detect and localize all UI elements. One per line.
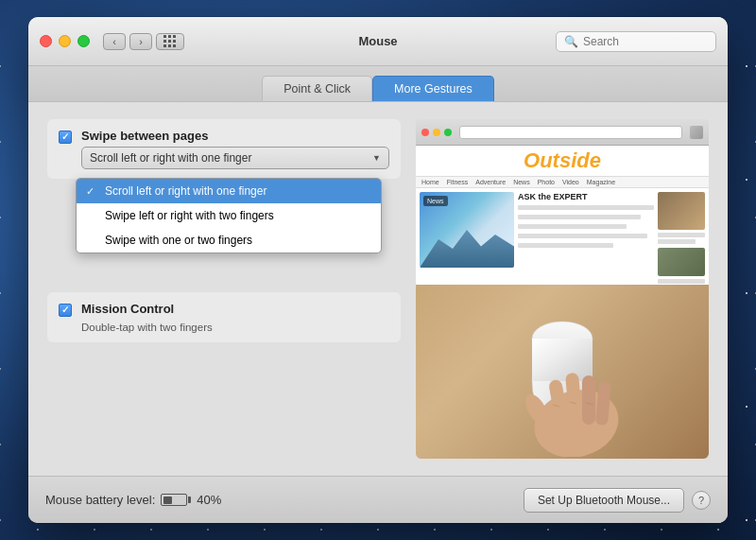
swipe-label-group: Swipe between pages Scroll left or right… xyxy=(81,129,389,169)
browser-zoom xyxy=(444,129,452,136)
sidebar-image-2 xyxy=(658,248,705,276)
search-icon: 🔍 xyxy=(564,35,578,48)
swipe-checkbox-wrapper: ✓ xyxy=(59,131,72,144)
swipe-dropdown-menu: ✓ Scroll left or right with one finger S… xyxy=(76,178,382,253)
browser-min xyxy=(433,129,440,136)
sidebar-text-3 xyxy=(658,279,705,284)
mag-headline: ASK the EXPERT xyxy=(518,192,654,202)
forward-button[interactable]: › xyxy=(129,33,152,50)
zoom-button[interactable] xyxy=(77,35,90,47)
swipe-section: ✓ Swipe between pages Scroll left or rig… xyxy=(47,119,401,179)
window-title: Mouse xyxy=(358,34,397,48)
back-button[interactable]: ‹ xyxy=(103,33,126,50)
bottom-bar: Mouse battery level: 40% Set Up Bluetoot… xyxy=(28,476,728,523)
mission-section: ✓ Mission Control Double-tap with two fi… xyxy=(47,292,401,342)
text-line-3 xyxy=(518,224,627,229)
tabs-area: Point & Click More Gestures xyxy=(28,66,728,102)
swipe-row: ✓ Swipe between pages Scroll left or rig… xyxy=(59,129,389,169)
browser-content: Outside Home Fitness Adventure News Phot… xyxy=(416,146,709,285)
battery-tip xyxy=(188,496,191,503)
option-2-label: Swipe left or right with two fingers xyxy=(105,209,274,222)
swipe-checkbox[interactable]: ✓ xyxy=(59,131,72,144)
main-window: ‹ › Mouse 🔍 Point & Click More Gestures xyxy=(28,17,728,523)
mission-row: ✓ Mission Control Double-tap with two fi… xyxy=(59,302,389,333)
option-1-label: Scroll left or right with one finger xyxy=(105,184,266,198)
mouse-container xyxy=(520,310,605,433)
titlebar: ‹ › Mouse 🔍 xyxy=(28,17,728,66)
dropdown-arrow-icon: ▼ xyxy=(372,153,381,163)
search-input[interactable] xyxy=(583,35,708,48)
battery-icon xyxy=(161,494,191,506)
minimize-button[interactable] xyxy=(59,35,71,47)
mission-subtitle: Double-tap with two fingers xyxy=(81,322,389,333)
mag-body: News ASK the EXPERT xyxy=(416,188,709,285)
mag-header: Outside xyxy=(416,146,709,177)
selected-check-icon: ✓ xyxy=(86,185,97,198)
mission-label-group: Mission Control Double-tap with two fing… xyxy=(81,302,389,333)
nav-photo: Photo xyxy=(536,179,557,185)
battery-fill xyxy=(163,496,172,504)
content-area: ✓ Swipe between pages Scroll left or rig… xyxy=(28,102,728,476)
text-line-2 xyxy=(518,215,641,219)
mag-text-col: ASK the EXPERT xyxy=(518,192,654,285)
grid-button[interactable] xyxy=(156,33,184,50)
text-line-1 xyxy=(518,205,654,210)
battery-body xyxy=(161,494,187,506)
browser-btn xyxy=(690,126,703,139)
mission-checkbox-wrapper: ✓ xyxy=(59,304,72,317)
dropdown-option-2[interactable]: Swipe left or right with two fingers xyxy=(77,203,381,228)
battery-percent: 40% xyxy=(197,493,221,507)
nav-home: Home xyxy=(420,179,441,185)
checkbox-check-icon: ✓ xyxy=(61,132,69,142)
close-button[interactable] xyxy=(40,35,52,47)
nav-magazine: Magazine xyxy=(585,179,617,185)
mag-title: Outside xyxy=(524,148,601,173)
browser-preview: Outside Home Fitness Adventure News Phot… xyxy=(416,119,709,285)
battery-label: Mouse battery level: xyxy=(45,493,155,507)
setup-bluetooth-button[interactable]: Set Up Bluetooth Mouse... xyxy=(524,488,684,513)
dropdown-option-1[interactable]: ✓ Scroll left or right with one finger xyxy=(77,179,381,203)
dropdown-option-3[interactable]: Swipe with one or two fingers xyxy=(77,228,381,253)
search-bar[interactable]: 🔍 xyxy=(556,31,716,52)
browser-bar xyxy=(416,119,709,146)
mag-hero-image: News xyxy=(420,192,514,268)
mission-checkbox[interactable]: ✓ xyxy=(59,304,72,317)
swipe-dropdown[interactable]: Scroll left or right with one finger ▼ xyxy=(81,147,389,169)
option-3-label: Swipe with one or two fingers xyxy=(105,234,252,247)
nav-fitness: Fitness xyxy=(445,179,471,185)
battery-group: Mouse battery level: 40% xyxy=(45,493,221,507)
text-line-4 xyxy=(518,234,647,238)
bottom-buttons: Set Up Bluetooth Mouse... ? xyxy=(524,488,711,513)
browser-url-bar xyxy=(459,126,682,139)
mission-title: Mission Control xyxy=(81,302,389,316)
left-panel: ✓ Swipe between pages Scroll left or rig… xyxy=(47,119,401,459)
nav-news: News xyxy=(511,179,532,185)
tab-point-click[interactable]: Point & Click xyxy=(262,76,372,101)
text-line-5 xyxy=(518,243,613,248)
nav-buttons: ‹ › xyxy=(103,33,152,50)
svg-rect-7 xyxy=(582,375,595,425)
sidebar-text-2 xyxy=(658,239,696,244)
traffic-lights xyxy=(40,35,90,47)
mag-sidebar-col xyxy=(658,192,705,285)
dropdown-selected-text: Scroll left or right with one finger xyxy=(90,151,251,165)
mag-nav: Home Fitness Adventure News Photo Video … xyxy=(416,177,709,188)
swipe-title: Swipe between pages xyxy=(81,129,389,143)
browser-close xyxy=(421,129,429,136)
hand-svg xyxy=(520,362,633,457)
nav-adventure: Adventure xyxy=(473,179,507,185)
mag-news-badge: News xyxy=(423,196,448,206)
tab-more-gestures[interactable]: More Gestures xyxy=(372,76,494,101)
mission-check-icon: ✓ xyxy=(61,305,69,315)
mouse-image-area xyxy=(416,285,709,459)
mountain-graphic xyxy=(420,220,514,268)
help-button[interactable]: ? xyxy=(692,491,711,510)
sidebar-image-1 xyxy=(658,192,705,230)
grid-icon xyxy=(163,35,177,48)
right-panel: Outside Home Fitness Adventure News Phot… xyxy=(416,119,709,459)
sidebar-text-1 xyxy=(658,233,705,237)
nav-video: Video xyxy=(560,179,581,185)
